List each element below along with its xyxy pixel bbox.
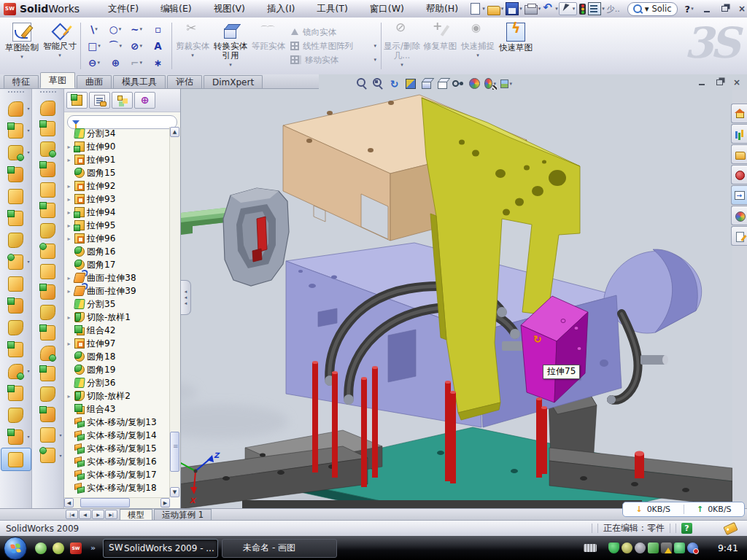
ribbon-button[interactable]: 剪裁实体 ▾ xyxy=(174,19,212,73)
view-tool-button[interactable] xyxy=(468,77,481,90)
toolbar-button[interactable]: ▾ xyxy=(487,3,505,15)
feature-tool-button[interactable] xyxy=(34,241,63,261)
chevron-down-icon[interactable]: ▾ xyxy=(573,6,576,12)
chevron-down-icon[interactable]: ▾ xyxy=(400,61,403,70)
tree-item[interactable]: 实体-移动/复制16 xyxy=(66,455,169,468)
chevron-down-icon[interactable]: ▾ xyxy=(59,453,61,458)
sketch-entity-button[interactable]: ▫ xyxy=(147,21,169,38)
feature-tool-button[interactable] xyxy=(34,261,63,281)
chevron-down-icon[interactable]: ▾ xyxy=(139,43,142,49)
tab-nav-button[interactable]: ▶| xyxy=(105,510,117,519)
view-tool-button[interactable] xyxy=(372,77,384,90)
expand-arrow-icon[interactable]: ▸ xyxy=(66,341,72,347)
sketch-entity-button[interactable]: ⌐▾ xyxy=(126,55,147,71)
quick-launch-icon[interactable] xyxy=(53,542,64,554)
feature-tool-button[interactable] xyxy=(34,384,63,404)
feature-tool-button[interactable] xyxy=(1,273,31,295)
expand-arrow-icon[interactable]: ▸ xyxy=(66,157,72,163)
view-tool-button[interactable] xyxy=(356,77,368,90)
ribbon-button[interactable]: 智能尺寸 ▾ xyxy=(41,19,79,73)
chevron-down-icon[interactable]: ▾ xyxy=(27,128,29,133)
tree-item[interactable]: 分割36 xyxy=(66,376,169,389)
feature-tool-button[interactable] xyxy=(1,316,31,338)
options-button[interactable]: ▾ xyxy=(588,2,605,15)
tree-item[interactable]: ▸ 拉伸93 xyxy=(66,192,169,206)
expand-arrow-icon[interactable]: ▸ xyxy=(66,183,72,190)
chevron-down-icon[interactable]: ▾ xyxy=(27,434,29,439)
expand-arrow-icon[interactable]: ▸ xyxy=(66,196,72,203)
menu-item[interactable]: 窗口(W) xyxy=(368,2,406,16)
feature-tool-button[interactable]: ▾ xyxy=(34,424,63,445)
toolbar-button[interactable]: ▾ xyxy=(525,3,542,15)
ribbon-button[interactable]: 快速草图 xyxy=(497,19,535,73)
tree-item[interactable]: ▸ 拉伸92 xyxy=(66,179,169,192)
task-pane-tab[interactable] xyxy=(731,185,747,205)
tray-icon[interactable] xyxy=(687,542,698,553)
tab-nav-button[interactable]: ◀ xyxy=(79,510,91,519)
expand-arrow-icon[interactable]: ▸ xyxy=(66,393,72,400)
toolbar-button[interactable]: ▾ xyxy=(543,3,559,15)
tree-item[interactable]: ▸ 拉伸94 xyxy=(66,206,169,219)
tree-item[interactable]: ▸ 拉伸95 xyxy=(66,219,169,232)
ribbon-button[interactable]: 显示/删除几... ▾ xyxy=(383,19,421,73)
chevron-down-icon[interactable]: ▾ xyxy=(59,432,61,438)
view-tool-button[interactable]: ▾ xyxy=(500,77,513,90)
toolbar-overflow[interactable]: 少.. xyxy=(605,4,622,15)
chevron-down-icon[interactable]: ▾ xyxy=(493,81,496,87)
toolbar-grip[interactable] xyxy=(40,91,56,96)
chevron-down-icon[interactable]: ▾ xyxy=(97,60,100,66)
view-tool-button[interactable] xyxy=(404,77,417,90)
feature-tool-button[interactable] xyxy=(34,179,63,200)
tree-item[interactable]: 圆角15 xyxy=(66,166,169,179)
tree-item[interactable]: ▸ 切除-放样1 xyxy=(66,311,169,324)
select-button[interactable]: ▾ xyxy=(559,2,578,15)
menu-item[interactable]: 插入(I) xyxy=(265,2,297,16)
manager-tab[interactable] xyxy=(112,92,133,109)
tree-item[interactable]: 实体-移动/复制14 xyxy=(66,429,169,442)
tray-icon[interactable] xyxy=(661,542,672,553)
chevron-down-icon[interactable]: ▾ xyxy=(27,259,29,264)
feature-tool-button[interactable] xyxy=(34,281,63,302)
feature-tool-button[interactable] xyxy=(34,139,63,159)
expand-arrow-icon[interactable]: ▸ xyxy=(66,236,72,242)
tree-item[interactable]: ▸ 曲面-拉伸38 xyxy=(66,271,169,284)
tree-item[interactable]: 组合42 xyxy=(66,324,169,337)
doc-minimize-button[interactable] xyxy=(697,78,707,87)
input-keyboard-icon[interactable] xyxy=(584,544,597,552)
tray-icon[interactable] xyxy=(674,542,685,553)
command-tab[interactable]: 评估 xyxy=(167,75,202,88)
chevron-down-icon[interactable]: ▾ xyxy=(27,149,29,155)
ribbon-button[interactable]: 转换实体引用 ▾ xyxy=(212,19,249,73)
feature-tool-button[interactable] xyxy=(34,363,63,384)
chevron-down-icon[interactable]: ▾ xyxy=(119,43,122,49)
manager-tab[interactable] xyxy=(89,92,110,109)
chevron-down-icon[interactable]: ▾ xyxy=(229,61,232,70)
sketch-entity-button[interactable]: □▾ xyxy=(84,38,105,55)
feature-tool-button[interactable] xyxy=(34,159,63,179)
feature-tool-button[interactable] xyxy=(1,295,31,316)
chevron-down-icon[interactable]: ▾ xyxy=(457,81,460,87)
tree-item[interactable]: 圆角19 xyxy=(66,363,169,376)
feature-tool-button[interactable] xyxy=(1,404,31,426)
scroll-down-button[interactable]: ▼ xyxy=(170,487,179,497)
feature-tool-button[interactable] xyxy=(34,322,63,343)
sketch-entity-button[interactable]: ∼▾ xyxy=(126,21,147,38)
sketch-entity-button[interactable]: ⊕ xyxy=(105,55,126,71)
rebuild-button[interactable] xyxy=(577,4,588,15)
feature-tool-button[interactable]: ▾ xyxy=(34,445,63,465)
manager-tab[interactable]: ⊕ xyxy=(134,92,155,109)
sketch-entity-button[interactable]: ○▾ xyxy=(105,21,126,38)
tree-item[interactable]: ▸ 拉伸97 xyxy=(66,337,169,350)
tag-icon[interactable] xyxy=(723,522,738,535)
scroll-left-button[interactable]: ◀ xyxy=(64,498,74,508)
feature-tool-button[interactable] xyxy=(34,343,63,363)
feature-tool-button[interactable] xyxy=(1,229,31,251)
ribbon-stack-button[interactable]: 镜向实体 xyxy=(290,27,379,38)
sketch-entity-button[interactable]: ⌒▾ xyxy=(105,38,126,55)
feature-tool-button[interactable] xyxy=(34,200,63,220)
tree-item[interactable]: 实体-移动/复制13 xyxy=(66,416,169,429)
view-tool-button[interactable]: ▾ xyxy=(436,77,449,90)
restore-button[interactable] xyxy=(719,4,730,14)
ribbon-button[interactable]: 草图绘制 ▾ xyxy=(3,19,41,73)
feature-tool-button[interactable] xyxy=(34,220,63,241)
